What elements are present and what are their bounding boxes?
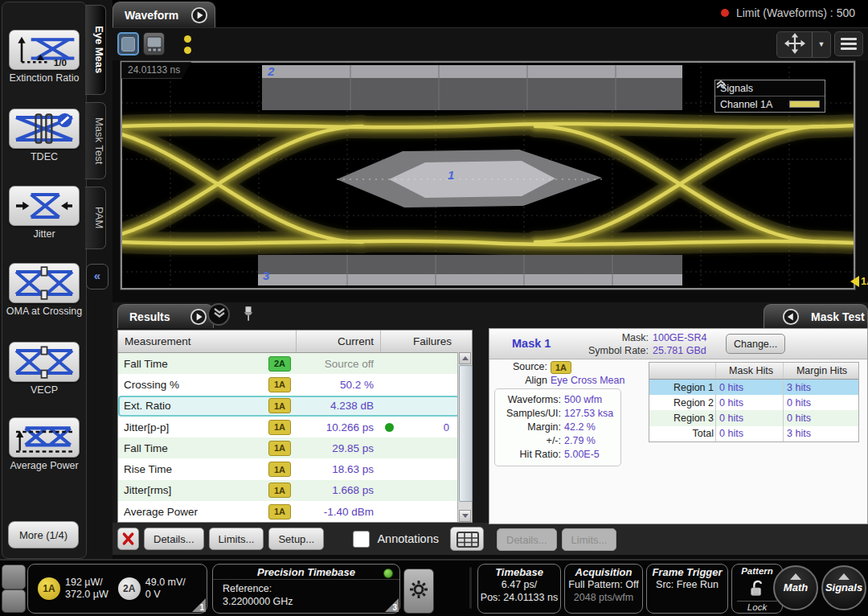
measurement-row[interactable]: Jitter[rms]1A 1.668 ps	[118, 480, 460, 501]
collapse-sidebar-button[interactable]: «	[86, 264, 108, 290]
move-cross-icon	[784, 33, 805, 57]
measurement-current-value: 50.2 %	[297, 379, 381, 391]
frame-trigger-panel[interactable]: Frame Trigger Src: Free Run	[646, 564, 728, 614]
average-power-button[interactable]	[9, 417, 80, 458]
edge-tool-button[interactable]	[2, 589, 26, 613]
region-label: Total	[649, 428, 715, 439]
channel-status[interactable]: 1A 192 µW/372.0 µW	[38, 577, 108, 601]
measurement-name: Jitter[p-p]	[124, 421, 268, 433]
grid-display-button[interactable]	[143, 32, 165, 55]
pan-tool-dropdown[interactable]: ▼	[812, 31, 831, 58]
setup-button[interactable]: Setup...	[268, 528, 324, 550]
signals-legend[interactable]: Signals Channel 1A	[714, 80, 825, 113]
channel-badge: 1A	[38, 577, 60, 600]
measurement-row[interactable]: Fall Time2A Source off	[118, 353, 460, 374]
limits-button[interactable]: Limits...	[209, 528, 264, 550]
column-failures[interactable]: Failures	[381, 331, 458, 352]
measurement-label: VECP	[2, 384, 86, 396]
red-x-icon	[121, 535, 135, 548]
pan-tool-button[interactable]	[776, 31, 813, 58]
precision-timebase-panel[interactable]: Precision Timebase Reference: 3.2200000 …	[212, 564, 400, 614]
play-icon[interactable]	[190, 6, 208, 24]
tab-results[interactable]: Results	[117, 304, 214, 328]
column-current[interactable]: Current	[297, 331, 381, 352]
measurement-item: Average Power	[2, 417, 86, 471]
back-icon[interactable]	[782, 308, 800, 326]
sidebar-tab-mask-test[interactable]: Mask Test	[85, 102, 106, 179]
measurement-row[interactable]: Jitter[p-p]1A 10.266 ps 0	[118, 417, 460, 437]
column-measurement[interactable]: Measurement	[118, 331, 297, 352]
measurement-row[interactable]: Ext. Ratio1A 4.238 dB	[118, 396, 460, 417]
results-tab-label: Results	[129, 310, 170, 323]
hits-table-header: Mask Hits Margin Hits	[649, 363, 858, 380]
math-button[interactable]: Math	[773, 565, 818, 610]
tdec-button[interactable]	[9, 109, 80, 149]
delete-measurement-button[interactable]	[117, 528, 139, 550]
detail-label: Samples/UI:	[495, 407, 561, 421]
measurement-row[interactable]: Rise Time1A 18.63 ps	[118, 458, 460, 479]
channel-status[interactable]: 2A 49.0 mV/0 V	[118, 577, 186, 601]
triangle-up-icon	[838, 573, 850, 580]
precision-timebase-title: Precision Timebase	[213, 565, 399, 580]
scroll-down-icon[interactable]	[459, 510, 471, 522]
limit-status-icon	[721, 9, 729, 17]
mask-detail-line: Margin: 42.2 %	[495, 421, 620, 434]
vecp-button[interactable]	[9, 342, 80, 382]
frame-trigger-title: Frame Trigger	[647, 565, 727, 579]
play-icon[interactable]	[190, 308, 207, 326]
table-view-button[interactable]	[450, 527, 484, 551]
mask-region-2-label: 2	[268, 64, 274, 78]
scroll-up-icon[interactable]	[459, 352, 471, 364]
chevron-double-down-icon	[213, 307, 226, 321]
measurement-row[interactable]: Average Power1A -1.40 dBm	[118, 501, 460, 522]
details-button[interactable]: Details...	[144, 528, 204, 550]
annotations-checkbox[interactable]	[353, 531, 370, 548]
symbol-rate-value: 25.781 GBd	[653, 344, 722, 357]
change-mask-button[interactable]: Change...	[726, 334, 785, 354]
measurement-item: VECP	[2, 342, 86, 396]
sidebar-tab-eye-meas[interactable]: Eye Meas	[85, 5, 106, 95]
measurement-item: TDEC	[2, 109, 86, 162]
detail-label: +/-:	[495, 434, 561, 448]
source-badge: 1A	[268, 420, 291, 435]
oma-at-crossing-icon	[13, 290, 76, 302]
measurement-current-value: 10.266 ps	[297, 421, 381, 433]
hits-row[interactable]: Region 3 0 hits 0 hits	[649, 410, 858, 425]
extinction-ratio-button[interactable]: 1/0	[9, 30, 80, 70]
more-measurements-button[interactable]: More (1/4)	[8, 521, 79, 548]
pin-panel-button[interactable]	[243, 306, 254, 325]
eye-diagram-display[interactable]: 24.01133 ns 2 3 1 Signals Channel 1A	[121, 61, 855, 290]
single-display-button[interactable]	[117, 32, 139, 55]
results-rows: Fall Time2A Source off Crossing %1A 50.2…	[118, 353, 460, 522]
hits-row[interactable]: Region 2 0 hits 0 hits	[649, 395, 858, 410]
measurement-current-value: 29.85 ps	[297, 442, 381, 454]
hits-row[interactable]: Total 0 hits 3 hits	[649, 426, 858, 441]
signals-button[interactable]: Signals	[821, 565, 866, 610]
measurement-row[interactable]: Crossing %1A 50.2 %	[118, 374, 460, 395]
tab-waveform[interactable]: Waveform	[113, 2, 215, 27]
results-scrollbar[interactable]	[457, 352, 472, 522]
sidebar-tab-pam[interactable]: PAM	[85, 187, 106, 249]
hits-row[interactable]: Region 1 0 hits 3 hits	[649, 380, 858, 395]
menu-button[interactable]	[834, 31, 863, 56]
timebase-panel[interactable]: Timebase 6.47 ps/ Pos: 24.01133 ns	[477, 564, 561, 614]
measurement-label: OMA at Crossing	[2, 306, 86, 317]
measurement-name: Crossing %	[124, 379, 268, 391]
settings-button[interactable]	[403, 569, 434, 614]
oma-at-crossing-button[interactable]	[9, 263, 80, 303]
margin-hits-value: 0 hits	[783, 410, 857, 425]
acquisition-panel[interactable]: Acquisition Full Pattern: Off 2048 pts/w…	[564, 564, 643, 614]
source-badge: 1A	[268, 398, 291, 413]
tab-mask-test[interactable]: Mask Test	[764, 304, 868, 328]
edge-tool-button[interactable]	[2, 565, 26, 589]
channels-panel[interactable]: 1A 192 µW/372.0 µW 2A 49.0 mV/0 V 1	[27, 564, 207, 614]
mask-detail-line: Source: 1A	[489, 360, 618, 374]
jitter-button[interactable]	[9, 186, 80, 226]
timebase-title: Timebase	[478, 565, 560, 579]
measurement-row[interactable]: Fall Time1A 29.85 ps	[118, 437, 460, 458]
channel-offset: 372.0 µW	[65, 589, 108, 600]
status-dot-icon	[184, 47, 191, 54]
scrollbar-thumb[interactable]	[459, 365, 473, 502]
collapse-panel-button[interactable]	[207, 303, 230, 326]
region-label: Region 2	[649, 397, 715, 409]
